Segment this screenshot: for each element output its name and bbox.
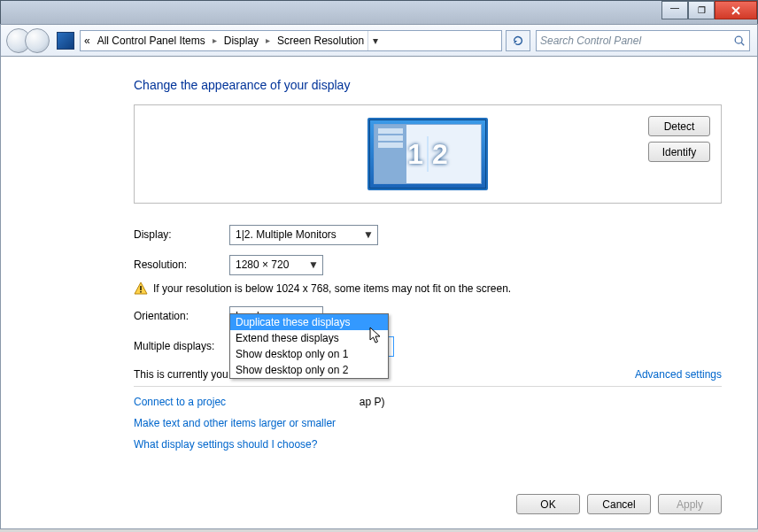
mouse-cursor-icon	[369, 327, 383, 344]
apply-button: Apply	[658, 494, 722, 514]
display-preview[interactable]: 1 2 Detect Identify	[134, 104, 722, 204]
identify-button[interactable]: Identify	[648, 142, 710, 162]
dialog-buttons: OK Cancel Apply	[516, 494, 722, 514]
address-bar: « All Control Panel Items ▸ Display ▸ Sc…	[0, 24, 758, 57]
orientation-label: Orientation:	[134, 310, 229, 322]
breadcrumb-dropdown[interactable]: ▾	[367, 31, 383, 50]
warning-icon	[134, 281, 148, 296]
connect-projector-link[interactable]: Connect to a projec	[134, 396, 226, 408]
chevron-down-icon: ▼	[306, 258, 321, 271]
display-label: Display:	[134, 228, 229, 241]
cancel-button[interactable]: Cancel	[587, 494, 651, 514]
multiple-displays-label: Multiple displays:	[134, 340, 229, 352]
advanced-settings-link[interactable]: Advanced settings	[635, 368, 722, 381]
main-display-text-partial: This is currently you	[134, 368, 228, 381]
window-minimize-button[interactable]: —	[661, 1, 688, 19]
search-icon	[733, 35, 746, 47]
display-select[interactable]: 1|2. Multiple Monitors▼	[229, 225, 378, 245]
dropdown-option-3[interactable]: Show desktop only on 2	[230, 362, 388, 378]
content-pane: Change the appearance of your display 1 …	[0, 57, 758, 529]
refresh-button[interactable]	[506, 30, 530, 51]
dropdown-option-1[interactable]: Extend these displays	[230, 330, 388, 346]
search-input[interactable]: Search Control Panel	[536, 30, 750, 51]
monitor-thumbnail[interactable]: 1 2	[367, 118, 488, 190]
breadcrumb-root[interactable]: «	[81, 35, 94, 47]
breadcrumb[interactable]: « All Control Panel Items ▸ Display ▸ Sc…	[80, 30, 502, 51]
nav-forward-button[interactable]	[25, 28, 50, 53]
svg-rect-3	[140, 291, 141, 293]
window-maximize-button[interactable]: ❐	[688, 1, 715, 19]
breadcrumb-item-2[interactable]: Screen Resolution	[274, 33, 367, 49]
divider	[134, 386, 722, 387]
breadcrumb-item-1[interactable]: Display	[220, 33, 262, 49]
svg-line-1	[741, 42, 744, 45]
svg-rect-2	[140, 286, 141, 290]
resolution-select[interactable]: 1280 × 720▼	[229, 255, 323, 275]
dropdown-option-2[interactable]: Show desktop only on 1	[230, 346, 388, 362]
resolution-label: Resolution:	[134, 258, 229, 271]
control-panel-icon	[57, 32, 74, 50]
search-placeholder: Search Control Panel	[540, 35, 641, 47]
refresh-icon	[512, 35, 524, 47]
ok-button[interactable]: OK	[516, 494, 580, 514]
monitor-number-1: 1	[407, 138, 423, 171]
page-title: Change the appearance of your display	[134, 78, 722, 92]
resolution-warning-text: If your resolution is below 1024 x 768, …	[153, 282, 511, 295]
window-titlebar[interactable]: — ❐	[0, 0, 758, 24]
display-settings-help-link[interactable]: What display settings should I choose?	[134, 438, 722, 451]
breadcrumb-item-0[interactable]: All Control Panel Items	[94, 33, 209, 49]
monitor-number-2: 2	[432, 138, 448, 171]
chevron-right-icon: ▸	[213, 35, 217, 45]
detect-button[interactable]: Detect	[648, 116, 710, 136]
multiple-displays-dropdown[interactable]: Duplicate these displays Extend these di…	[229, 313, 389, 379]
dropdown-option-0[interactable]: Duplicate these displays	[230, 314, 388, 330]
chevron-down-icon: ▼	[361, 228, 375, 241]
chevron-right-icon: ▸	[266, 35, 270, 45]
window-close-button[interactable]	[715, 1, 757, 19]
close-icon	[731, 6, 741, 15]
text-size-link[interactable]: Make text and other items larger or smal…	[134, 417, 722, 429]
svg-point-0	[735, 36, 742, 43]
